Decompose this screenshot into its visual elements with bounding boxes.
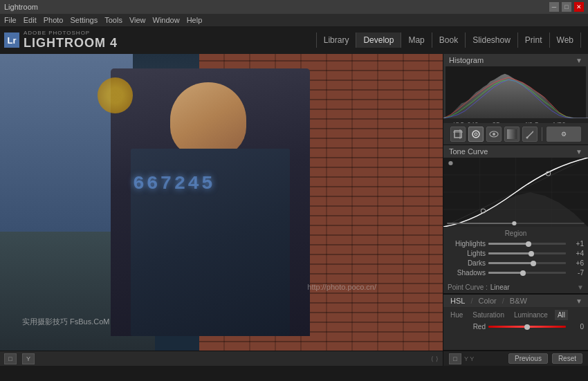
highlights-track[interactable] [488, 243, 566, 245]
tone-curve-header[interactable]: Tone Curve ▼ [443, 145, 588, 158]
bottom-label: Y Y [464, 355, 474, 362]
point-curve-value[interactable]: Linear [490, 284, 510, 291]
lights-slider-row: Lights +4 [448, 250, 584, 257]
hsl-header[interactable]: HSL / Color / B&W ▼ [443, 295, 588, 307]
tone-curve-title: Tone Curve [449, 147, 488, 156]
nav-map[interactable]: Map [401, 32, 432, 48]
adobe-label: ADOBE PHOTOSHOP [24, 30, 118, 36]
histogram-title: Histogram [449, 56, 484, 64]
logo-area: Lr ADOBE PHOTOSHOP LIGHTROOM 4 [4, 30, 118, 50]
tone-curve-section: Tone Curve ▼ [443, 145, 588, 295]
minimize-button[interactable]: ─ [549, 2, 559, 12]
menu-file[interactable]: File [4, 16, 17, 24]
title-bar: Lightroom ─ □ ✕ [0, 0, 588, 14]
header: Lr ADOBE PHOTOSHOP LIGHTROOM 4 Library D… [0, 26, 588, 54]
menu-settings[interactable]: Settings [70, 16, 98, 24]
hsl-red-track[interactable] [488, 326, 566, 328]
lights-value: +4 [569, 250, 584, 257]
nav-library[interactable]: Library [316, 32, 357, 48]
hsl-sub-saturation[interactable]: Saturation [470, 310, 507, 320]
nav-book[interactable]: Book [432, 32, 466, 48]
bottom-left: □ Y Y [449, 353, 474, 364]
darks-label: Darks [448, 259, 486, 267]
menu-help[interactable]: Help [187, 16, 203, 24]
region-section: Region Highlights +1 Lights [443, 227, 588, 281]
nav-slideshow[interactable]: Slideshow [466, 32, 518, 48]
hsl-tab-hsl[interactable]: HSL [449, 297, 466, 305]
hsl-sub-all[interactable]: All [555, 310, 568, 320]
svg-point-23 [512, 221, 516, 225]
hsl-section: HSL / Color / B&W ▼ Hue Saturation Lumin… [443, 295, 588, 351]
svg-rect-22 [447, 223, 515, 224]
hsl-sub-tabs: Hue Saturation Luminance All [448, 310, 584, 320]
shadows-slider-row: Shadows -7 [448, 269, 584, 277]
watermark-1: 667245 [133, 173, 215, 194]
menu-edit[interactable]: Edit [24, 16, 37, 24]
title-bar-title: Lightroom [4, 3, 38, 11]
photo-tool-flag[interactable]: Y [22, 353, 35, 364]
hsl-red-value: 0 [569, 323, 584, 331]
shadows-track[interactable] [488, 272, 566, 274]
nav-print[interactable]: Print [518, 32, 550, 48]
tone-curve-canvas[interactable] [443, 158, 588, 227]
histogram-header[interactable]: Histogram ▼ [443, 54, 588, 66]
menu-tools[interactable]: Tools [104, 16, 122, 24]
bottom-tool-btn[interactable]: □ [449, 353, 461, 364]
tone-curve-expand-icon: ▼ [576, 148, 582, 156]
app-name: LIGHTROOM 4 [24, 36, 118, 50]
svg-point-24 [448, 161, 452, 165]
menu-bar: File Edit Photo Settings Tools View Wind… [0, 14, 588, 26]
hsl-sub-luminance[interactable]: Luminance [511, 310, 551, 320]
hsl-red-slider-row: Red 0 [448, 323, 584, 331]
photo-panel: 667245 http://photo.poco.cn/ 实用摄影技巧 FsBu… [0, 54, 443, 366]
nav-tabs: Library Develop Map Book Slideshow Print… [316, 32, 581, 48]
hsl-tabs: HSL / Color / B&W [449, 297, 529, 305]
bottom-bar: □ Y Y Previous Reset [443, 351, 588, 366]
point-curve-row: Point Curve : Linear ▼ [443, 281, 588, 294]
nav-develop[interactable]: Develop [356, 32, 401, 48]
highlights-label: Highlights [448, 240, 486, 248]
svg-point-5 [472, 131, 479, 138]
hsl-sub-hue[interactable]: Hue [448, 310, 466, 320]
previous-button[interactable]: Previous [508, 353, 548, 364]
tool-crop[interactable] [450, 127, 466, 142]
point-curve-expand[interactable]: ▼ [577, 284, 584, 291]
tool-gradient[interactable] [504, 127, 520, 142]
hsl-expand-icon: ▼ [576, 297, 582, 305]
hsl-tab-color[interactable]: Color [477, 297, 497, 305]
menu-view[interactable]: View [129, 16, 146, 24]
tool-spot[interactable] [468, 127, 484, 142]
title-bar-controls: ─ □ ✕ [549, 2, 584, 12]
reset-button[interactable]: Reset [552, 353, 582, 364]
highlights-value: +1 [569, 240, 584, 248]
maximize-button[interactable]: □ [562, 2, 571, 12]
tools-row: ⚙ [443, 123, 588, 145]
watermark-2: http://photo.poco.cn/ [307, 283, 376, 291]
photo-toolbar: □ Y ⟨ ⟩ [0, 351, 443, 366]
photo-container: 667245 http://photo.poco.cn/ 实用摄影技巧 FsBu… [0, 54, 443, 351]
lr-badge: Lr [4, 32, 19, 48]
svg-rect-9 [507, 129, 517, 139]
tool-brush[interactable] [522, 127, 538, 142]
darks-track[interactable] [488, 262, 566, 264]
hsl-tab-bw[interactable]: B&W [508, 297, 529, 305]
svg-rect-0 [443, 66, 445, 118]
region-label: Region [448, 230, 584, 237]
darks-value: +6 [569, 259, 584, 267]
menu-window[interactable]: Window [153, 16, 180, 24]
close-button[interactable]: ✕ [574, 2, 584, 12]
photo-tool-frame[interactable]: □ [4, 353, 17, 364]
shadows-label: Shadows [448, 269, 486, 277]
svg-point-10 [526, 136, 529, 138]
tool-redeye[interactable] [486, 127, 502, 142]
histogram-expand-icon: ▼ [576, 57, 582, 64]
nav-web[interactable]: Web [550, 32, 581, 48]
highlights-slider-row: Highlights +1 [448, 240, 584, 248]
main-content: 667245 http://photo.poco.cn/ 实用摄影技巧 FsBu… [0, 54, 588, 366]
menu-photo[interactable]: Photo [44, 16, 64, 24]
lights-track[interactable] [488, 252, 566, 254]
darks-slider-row: Darks +6 [448, 259, 584, 267]
svg-point-8 [493, 133, 495, 136]
tool-tone[interactable]: ⚙ [546, 127, 581, 142]
point-curve-label: Point Curve : [448, 284, 488, 291]
